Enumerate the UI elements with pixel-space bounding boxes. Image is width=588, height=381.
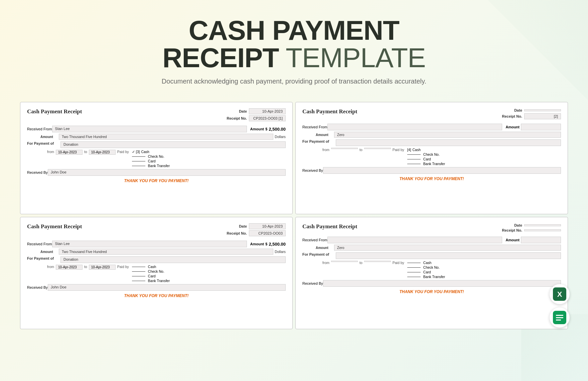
receipt-3-bank: Bank Transfer	[132, 279, 170, 283]
receipt-2-card-label: Card	[423, 157, 431, 161]
page-header: CASH PAYMENT RECEIPT TEMPLATE Document a…	[0, 0, 588, 92]
receipt-3-no-value: CP2023-OO03	[249, 230, 286, 236]
receipt-3-received-by-value: John Doe	[48, 284, 286, 291]
receipt-4-payment-row: For Payment of	[302, 252, 561, 259]
receipt-2-card: Card	[407, 157, 445, 161]
receipt-4-card-label: Card	[423, 270, 431, 274]
receipt-3-from-date: 10-Apr-2023	[56, 265, 83, 270]
receipt-3-header: Cash Payment Receipt Date 10-Apr-2023 Re…	[27, 223, 286, 237]
receipt-3-date-label: Date	[239, 224, 247, 228]
receipt-1-paid-by-label: Paid by	[117, 150, 129, 154]
receipt-1-meta: Date 10-Apr-2023 Receipt No. CP2023-OO03…	[227, 108, 286, 122]
receipt-2-payment-methods: [4] Cash Check No. Card Bank Transfer	[407, 148, 445, 166]
receipt-4-date-label: Date	[514, 223, 522, 227]
receipt-3-payment-value: Donation	[60, 256, 286, 263]
receipt-2-from-row: Received From Amount	[302, 124, 561, 130]
receipt-1-no-value: CP2023-OO03 [1]	[249, 115, 286, 121]
receipt-2-payment-row: For Payment of	[302, 139, 561, 146]
receipt-1-check: Check No.	[132, 154, 170, 158]
receipt-1-from-value: Stan Lee	[52, 126, 247, 132]
receipt-1-received-by-value: John Doe	[48, 169, 286, 176]
receipt-4-from-label: Received From	[302, 238, 327, 242]
title-line1: CASH PAYMENT	[0, 17, 588, 44]
receipt-4: Cash Payment Receipt Date Receipt No. Re…	[295, 217, 568, 329]
receipt-2-amount-label: Amount	[505, 125, 520, 129]
receipt-3-written-value: Two Thousand Five Hundred	[59, 249, 273, 255]
receipt-1-date-value: 10-Apr-2023	[249, 108, 286, 114]
receipt-2-from-date	[331, 148, 358, 149]
receipt-3-thank-you: THANK YOU FOR YOU PAYMENT!	[27, 293, 286, 298]
receipt-3-payment-label: For Payment of	[27, 256, 60, 260]
receipt-1-amount-value: 2,500.00	[269, 127, 286, 132]
sheets-icon[interactable]	[550, 307, 570, 328]
receipt-4-meta: Date Receipt No.	[502, 223, 561, 233]
receipt-3-no-label: Receipt No.	[227, 231, 247, 235]
receipt-1-thank-you: THANK YOU FOR YOU PAYMENT!	[27, 178, 286, 183]
receipt-3-dates-row: from 10-Apr-2023 to 10-Apr-2023 Paid by …	[27, 265, 286, 283]
receipt-1-checkmark: ✓ [3]	[132, 150, 140, 154]
receipt-4-from-row: Received From Amount	[302, 237, 561, 243]
receipt-1-dollar: $	[265, 127, 267, 131]
receipt-2-amount-value	[521, 124, 561, 130]
receipt-1-payment-label: For Payment of	[27, 141, 60, 145]
receipt-3-amount-value: 2,500.00	[269, 242, 286, 247]
receipt-1-amount-label: Amount	[250, 127, 264, 131]
receipt-1-written-value: Two Thousand Five Hundred	[59, 134, 273, 140]
receipt-1-from-date-label: from	[47, 150, 54, 154]
receipt-1-card: Card	[132, 159, 170, 163]
receipt-4-written-row: Amount Zero	[302, 245, 561, 251]
receipt-4-title: Cash Payment Receipt	[302, 223, 357, 230]
excel-icon[interactable]: X	[550, 284, 570, 304]
receipt-4-card: Card	[407, 270, 445, 274]
receipt-3-written-label: Amount	[40, 250, 59, 254]
receipt-4-date-value	[524, 224, 561, 226]
receipt-2-meta: Date Receipt No. [2]	[502, 108, 561, 120]
receipt-3-amount-label: Amount	[250, 242, 264, 246]
receipt-2-cash-label: Cash	[412, 148, 421, 152]
receipt-1-to-date: 10-Apr-2023	[89, 150, 116, 155]
receipt-2-check-label: Check No.	[423, 152, 440, 156]
receipt-3-from-row: Received From Stan Lee Amount $ 2,500.00	[27, 241, 286, 247]
receipt-4-from-date	[331, 261, 358, 262]
receipt-4-received-by-label: Received By	[302, 281, 323, 285]
receipt-1-from-date: 10-Apr-2023	[56, 150, 83, 155]
receipt-2-received-by-label: Received By	[302, 168, 323, 172]
receipt-1-from-row: Received From Stan Lee Amount $ 2,500.00	[27, 126, 286, 132]
receipt-3-dollar: $	[265, 242, 267, 246]
receipt-2-thank-you: THANK YOU FOR YOU PAYMENT!	[302, 176, 561, 181]
receipt-4-header: Cash Payment Receipt Date Receipt No.	[302, 223, 561, 233]
receipt-3-cash: Cash	[132, 265, 170, 269]
receipt-1-cash-label: Cash	[141, 150, 149, 154]
receipt-1-check-label: Check No.	[148, 154, 164, 158]
receipt-2-cash: [4] Cash	[407, 148, 445, 152]
receipt-1-cash: ✓ [3] Cash	[132, 150, 170, 154]
receipt-1-amount-section: Amount $ 2,500.00	[250, 127, 286, 132]
receipt-4-cash: Cash	[407, 261, 445, 265]
receipt-3-to-date: 10-Apr-2023	[89, 265, 116, 270]
receipt-3-bank-label: Bank Transfer	[148, 279, 170, 283]
receipt-2-written-row: Amount Zero	[302, 132, 561, 138]
receipt-4-amount-value	[521, 237, 561, 243]
svg-text:X: X	[557, 290, 562, 298]
receipt-3-amount-section: Amount $ 2,500.00	[250, 242, 286, 247]
receipt-3-check-label: Check No.	[148, 269, 164, 273]
receipt-2-checkmark: [4]	[407, 148, 411, 152]
receipt-3-date-value: 10-Apr-2023	[249, 223, 286, 229]
receipt-3: Cash Payment Receipt Date 10-Apr-2023 Re…	[20, 217, 293, 329]
receipt-3-card-label: Card	[148, 274, 156, 278]
receipt-4-from-value	[327, 237, 502, 243]
svg-rect-3	[556, 315, 563, 316]
receipt-1-bank: Bank Transfer	[132, 164, 170, 168]
receipt-3-payment-row: For Payment of Donation	[27, 256, 286, 263]
page-subtitle: Document acknowledging cash payment, pro…	[0, 78, 588, 85]
receipt-2-dates-row: from to Paid by [4] Cash Check No. Card	[302, 148, 561, 166]
receipt-2-date-label: Date	[514, 108, 522, 112]
receipt-1-header: Cash Payment Receipt Date 10-Apr-2023 Re…	[27, 108, 286, 122]
receipt-2-to-label: to	[359, 148, 362, 152]
receipt-4-written-value: Zero	[334, 245, 561, 251]
receipt-2-from-value	[327, 124, 502, 130]
title-light: TEMPLATE	[279, 42, 426, 73]
receipt-2-paid-by-label: Paid by	[393, 148, 404, 152]
page-title: CASH PAYMENT RECEIPT TEMPLATE	[0, 17, 588, 72]
receipt-3-from-value: Stan Lee	[52, 241, 247, 247]
